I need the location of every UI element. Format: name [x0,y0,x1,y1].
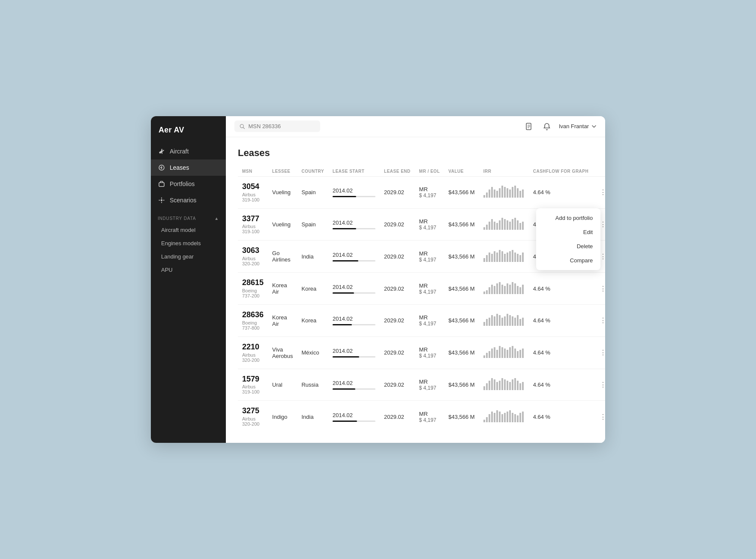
table-header: MSNLESSEECOUNTRYLEASE STARTLEASE ENDMR /… [238,166,605,177]
svg-rect-95 [499,346,501,358]
irr-cell: 4.64 % [529,305,593,337]
search-box[interactable] [234,120,320,132]
notification-icon-btn[interactable] [541,120,553,132]
cashflow-cell [479,305,529,337]
svg-rect-36 [512,219,513,230]
svg-rect-116 [512,379,513,390]
dropdown-item-edit[interactable]: Edit [536,225,600,239]
country-cell: Russia [297,369,328,401]
svg-rect-125 [494,413,495,422]
svg-rect-73 [483,322,485,326]
more-options-button[interactable]: ⋮ [597,186,605,198]
lease-end-cell: 2029.02 [380,176,415,208]
svg-rect-93 [494,347,495,358]
lease-start-cell: 2014.02 [328,273,380,305]
svg-rect-44 [491,254,493,262]
sidebar-sub-aircraft-model[interactable]: Aircraft model [151,223,226,237]
actions-cell: ⋮ [593,273,605,305]
dropdown-item-delete[interactable]: Delete [536,239,600,253]
sidebar-item-leases[interactable]: Leases [151,159,226,176]
cashflow-cell [479,176,529,208]
search-input[interactable] [248,123,315,129]
sidebar-sub-engines-models[interactable]: Engines models [151,237,226,250]
more-options-button[interactable]: ⋮ [597,283,605,295]
dropdown-item-add-to-portfolio[interactable]: Add to portfolio [536,211,600,225]
mr-eol-cell: MR$ 4,197 [415,337,444,369]
more-options-button[interactable]: ⋮ [597,315,605,327]
mr-eol-cell: MR$ 4,197 [415,176,444,208]
col-header-irr: IRR [479,166,529,177]
msn-cell: 3054Airbus 319-100 [238,176,268,208]
cashflow-cell [479,208,529,240]
lease-end-cell: 2029.02 [380,401,415,433]
cashflow-cell [479,337,529,369]
irr-cell: 4.64 % [529,337,593,369]
mr-eol-cell: MR$ 4,197 [415,273,444,305]
svg-rect-49 [504,254,506,262]
svg-rect-11 [489,189,490,198]
scenarios-icon [158,196,165,204]
topbar-actions: Ivan Frantar [523,120,597,132]
sidebar-sub-apu[interactable]: APU [151,263,226,276]
svg-rect-69 [514,283,516,294]
svg-rect-45 [494,251,495,262]
svg-rect-20 [512,187,513,198]
svg-rect-82 [507,314,508,326]
svg-rect-27 [489,222,490,230]
svg-rect-112 [501,378,503,390]
svg-rect-113 [504,379,506,390]
svg-rect-92 [491,349,493,358]
svg-rect-67 [509,285,511,294]
svg-rect-94 [496,350,498,358]
dropdown-item-compare[interactable]: Compare [536,253,600,267]
lease-start-cell: 2014.02 [328,337,380,369]
value-cell: $43,566 M [444,305,479,337]
sidebar-nav: Aircraft Leases Portfolios Scenarios IND… [151,143,226,434]
user-menu[interactable]: Ivan Frantar [559,123,597,129]
msn-number: 3054 [242,183,264,191]
msn-cell: 28615Boeing 737-200 [238,273,268,305]
svg-rect-96 [501,347,503,358]
msn-number: 2210 [242,343,264,352]
svg-rect-74 [486,319,488,326]
svg-rect-30 [496,223,498,230]
msn-cell: 3063Airbus 320-200 [238,240,268,273]
mr-eol-cell: MR$ 4,197 [415,240,444,273]
more-options-button[interactable]: ⋮ [597,379,605,391]
user-name: Ivan Frantar [559,123,589,129]
value-cell: $43,566 M [444,273,479,305]
more-options-button[interactable]: ⋮ [597,411,605,423]
svg-rect-48 [501,251,503,262]
svg-rect-76 [491,315,493,326]
svg-rect-132 [512,413,513,422]
svg-rect-75 [489,318,490,326]
svg-rect-62 [496,283,498,294]
sidebar-item-scenarios[interactable]: Scenarios [151,192,226,208]
lease-table: MSNLESSEECOUNTRYLEASE STARTLEASE ENDMR /… [238,166,605,433]
svg-rect-99 [509,347,511,358]
actions-cell: ⋮ [593,401,605,433]
more-options-button[interactable]: ⋮ [597,347,605,359]
lessee-cell: Korea Air [268,305,297,337]
svg-rect-35 [509,222,511,230]
svg-rect-117 [514,378,516,390]
sidebar-item-portfolios[interactable]: Portfolios [151,176,226,192]
sidebar-item-aircraft[interactable]: Aircraft [151,143,226,159]
lease-start-cell: 2014.02 [328,240,380,273]
svg-rect-133 [514,414,516,422]
lease-end-cell: 2029.02 [380,369,415,401]
chevron-down-icon [591,124,597,129]
svg-rect-19 [509,189,511,198]
svg-rect-72 [522,285,524,294]
msn-cell: 28636Boeing 737-800 [238,305,268,337]
svg-rect-64 [501,285,503,294]
lease-start-cell: 2014.02 [328,369,380,401]
aircraft-type: Boeing 737-800 [242,320,264,331]
value-cell: $43,566 M [444,401,479,433]
lessee-cell: Viva Aerobus [268,337,297,369]
aircraft-type: Boeing 737-200 [242,288,264,298]
document-icon-btn[interactable] [523,120,535,132]
country-cell: Spain [297,208,328,240]
svg-rect-24 [522,189,524,198]
sidebar-sub-landing-gear[interactable]: Landing gear [151,250,226,263]
